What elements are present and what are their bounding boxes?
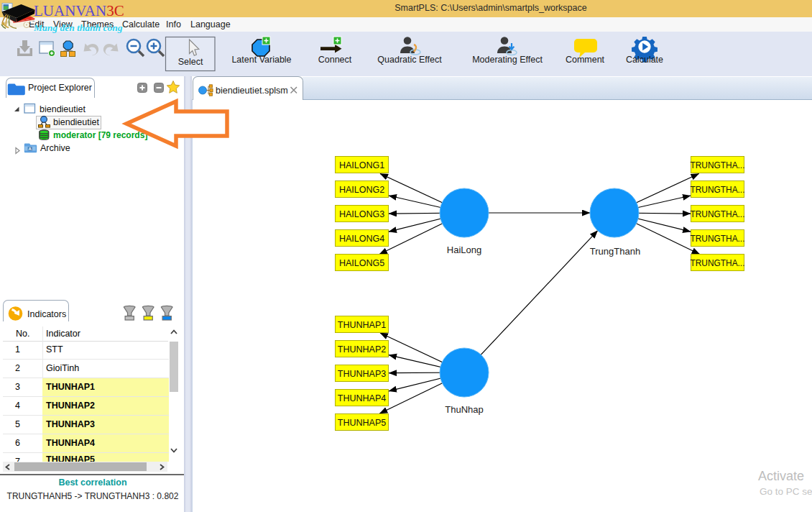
- svg-text:TRUNGTHA...: TRUNGTHA...: [691, 160, 745, 170]
- svg-text:HAILONG2: HAILONG2: [339, 185, 384, 195]
- svg-text:TRUNGTHA...: TRUNGTHA...: [691, 209, 745, 219]
- svg-text:TrungThanh: TrungThanh: [590, 246, 640, 257]
- svg-text:THUNHAP2: THUNHAP2: [338, 344, 386, 355]
- svg-text:HaiLong: HaiLong: [447, 244, 481, 255]
- svg-text:THUNHAP5: THUNHAP5: [338, 418, 386, 428]
- svg-text:THUNHAP1: THUNHAP1: [338, 320, 386, 330]
- svg-text:THUNHAP4: THUNHAP4: [338, 393, 386, 403]
- svg-text:HAILONG1: HAILONG1: [339, 160, 384, 170]
- svg-text:TRUNGTHA...: TRUNGTHA...: [691, 258, 745, 268]
- svg-text:HAILONG5: HAILONG5: [339, 258, 384, 268]
- svg-text:TRUNGTHA...: TRUNGTHA...: [691, 234, 745, 244]
- svg-text:HAILONG4: HAILONG4: [339, 234, 384, 244]
- svg-text:ThuNhap: ThuNhap: [445, 404, 483, 415]
- svg-text:TRUNGTHA...: TRUNGTHA...: [691, 185, 745, 195]
- svg-text:THUNHAP3: THUNHAP3: [338, 369, 386, 379]
- svg-text:HAILONG3: HAILONG3: [339, 209, 384, 219]
